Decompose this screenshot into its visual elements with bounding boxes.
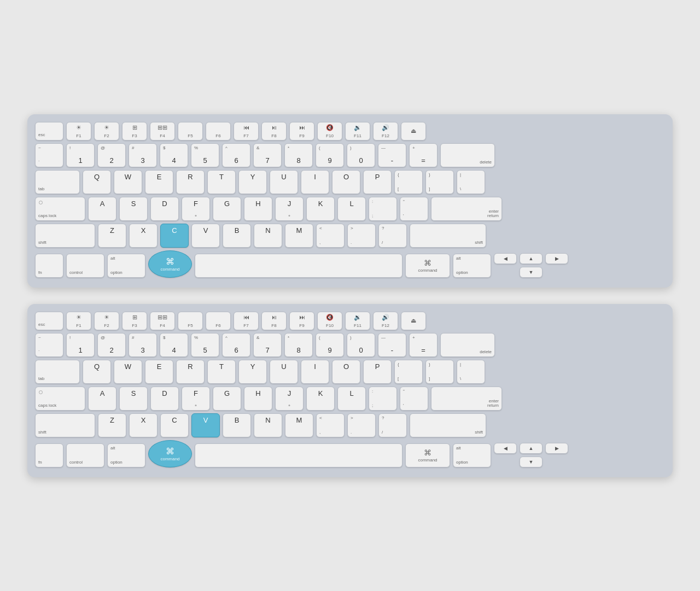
key-7[interactable]: &7 [253,143,282,167]
key-w-2[interactable]: W [114,360,142,384]
key-f6[interactable]: F6 [206,122,231,141]
key-j[interactable]: J [275,197,304,221]
key-f12-2[interactable]: 🔊F12 [373,312,398,330]
key-arrow-down-2[interactable]: ▼ [520,457,542,467]
key-option-right-2[interactable]: alt option [453,443,491,467]
key-tab-2[interactable]: tab [35,360,80,384]
key-slash-2[interactable]: ?/ [378,413,407,437]
key-delete[interactable]: delete [440,143,495,167]
key-f8[interactable]: ⏯F8 [261,122,287,141]
key-comma[interactable]: <, [316,224,345,248]
key-t-2[interactable]: T [207,360,236,384]
key-arrow-left[interactable]: ◀ [494,253,517,264]
key-f6-2[interactable]: F6 [206,312,231,330]
key-lbracket[interactable]: {[ [394,170,423,194]
key-equals[interactable]: += [409,143,438,167]
key-shift-left[interactable]: shift [35,224,95,248]
key-f2-2[interactable]: ☀F2 [94,312,119,330]
key-q[interactable]: Q [83,170,111,194]
key-minus-2[interactable]: —- [378,333,406,357]
key-p-2[interactable]: P [363,360,392,384]
key-y-2[interactable]: Y [238,360,267,384]
key-tab[interactable]: tab [35,170,80,194]
key-f3[interactable]: ⊞F3 [122,122,147,141]
key-fn[interactable]: fn [35,254,63,278]
key-8-2[interactable]: *8 [284,333,313,357]
key-arrow-left-2[interactable]: ◀ [494,443,517,454]
key-backslash[interactable]: |\ [457,170,485,194]
key-p[interactable]: P [363,170,392,194]
key-6[interactable]: ^6 [222,143,250,167]
key-v[interactable]: V [191,224,220,248]
key-slash[interactable]: ?/ [378,224,407,248]
key-f2[interactable]: ☀F2 [94,122,119,141]
key-8[interactable]: *8 [284,143,313,167]
key-u[interactable]: U [270,170,298,194]
key-q-2[interactable]: Q [83,360,111,384]
key-x[interactable]: X [129,224,158,248]
key-power[interactable]: ⏏ [401,122,426,141]
key-u-2[interactable]: U [270,360,298,384]
key-esc[interactable]: esc [35,122,63,141]
key-minus[interactable]: —- [378,143,406,167]
key-r[interactable]: R [176,170,205,194]
key-arrow-right[interactable]: ▶ [545,253,568,264]
key-f4-2[interactable]: ⊞⊞F4 [150,312,175,330]
key-command-left-highlighted[interactable]: ⌘ command [148,250,192,278]
key-command-right[interactable]: ⌘ command [405,254,450,278]
key-g[interactable]: G [213,197,241,221]
key-f3-2[interactable]: ⊞F3 [122,312,147,330]
key-v-highlighted[interactable]: V [191,413,220,437]
key-f1[interactable]: ☀F1 [66,122,91,141]
key-quote[interactable]: "' [400,197,428,221]
key-n-2[interactable]: N [254,413,282,437]
key-5[interactable]: %5 [191,143,219,167]
key-c-2[interactable]: C [160,413,189,437]
key-return-2[interactable]: enter return [431,387,502,411]
key-2[interactable]: @2 [97,143,126,167]
key-e[interactable]: E [145,170,173,194]
key-period[interactable]: >. [347,224,376,248]
key-arrow-right-2[interactable]: ▶ [545,443,568,454]
key-period-2[interactable]: >. [347,413,376,437]
key-comma-2[interactable]: <, [316,413,345,437]
key-semicolon[interactable]: :; [369,197,397,221]
key-l-2[interactable]: L [337,387,366,411]
key-3-2[interactable]: #3 [129,333,157,357]
key-space[interactable] [195,254,402,278]
key-i-2[interactable]: I [301,360,329,384]
key-b-2[interactable]: B [223,413,251,437]
key-s-2[interactable]: S [119,387,148,411]
key-f12[interactable]: 🔊F12 [373,122,398,141]
key-n[interactable]: N [254,224,282,248]
key-quote-2[interactable]: "' [400,387,428,411]
key-semicolon-2[interactable]: :; [369,387,397,411]
key-arrow-down[interactable]: ▼ [520,267,542,278]
key-x-2[interactable]: X [129,413,158,437]
key-f10-2[interactable]: 🔇F10 [317,312,342,330]
key-f4[interactable]: ⊞⊞F4 [150,122,175,141]
key-y[interactable]: Y [238,170,267,194]
key-w[interactable]: W [114,170,142,194]
key-command-left-highlighted-2[interactable]: ⌘ command [148,440,192,467]
key-k-2[interactable]: K [306,387,335,411]
key-option-right[interactable]: alt option [453,254,491,278]
key-e-2[interactable]: E [145,360,173,384]
key-return[interactable]: enter return [431,197,502,221]
key-d[interactable]: D [150,197,179,221]
key-lbracket-2[interactable]: {[ [394,360,423,384]
key-s[interactable]: S [119,197,148,221]
key-control[interactable]: control [66,254,104,278]
key-k[interactable]: K [306,197,335,221]
key-capslock[interactable]: caps lock [35,197,85,221]
key-f10[interactable]: 🔇F10 [317,122,342,141]
key-option-left-2[interactable]: alt option [107,443,145,467]
key-esc-2[interactable]: esc [35,312,63,330]
key-0[interactable]: )0 [347,143,375,167]
key-delete-2[interactable]: delete [440,333,495,357]
key-f-2[interactable]: F [182,387,210,411]
key-capslock-2[interactable]: caps lock [35,387,85,411]
key-o-2[interactable]: O [332,360,360,384]
key-b[interactable]: B [223,224,251,248]
key-1-2[interactable]: !1 [66,333,95,357]
